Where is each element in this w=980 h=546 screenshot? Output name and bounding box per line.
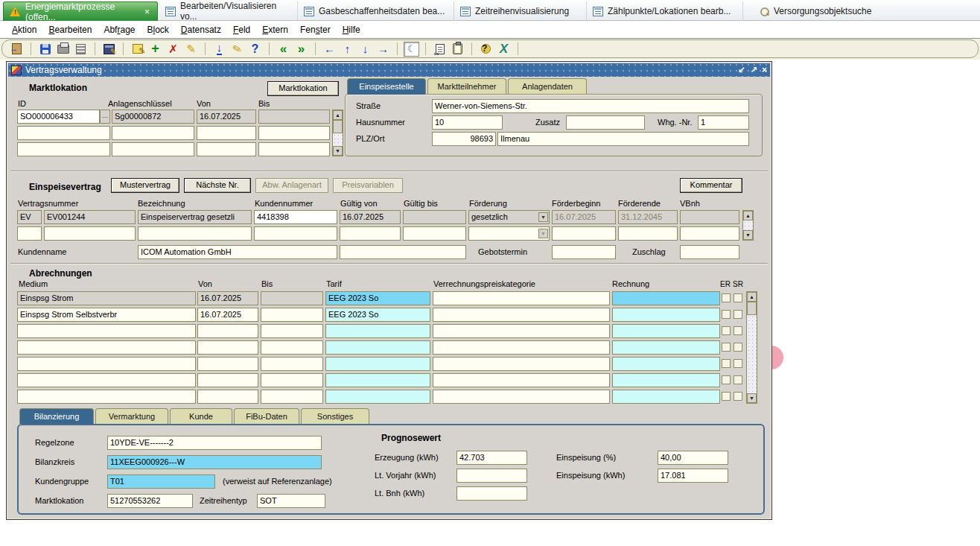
delete-record-icon[interactable]: ✗ xyxy=(165,42,181,57)
von-field[interactable] xyxy=(197,126,256,140)
einspeisung-pct-field[interactable]: 40,00 xyxy=(658,451,728,465)
abrechnungen-scrollbar[interactable]: ▲ ▼ xyxy=(746,291,757,404)
von-field[interactable] xyxy=(197,142,256,156)
lt-vorjahr-field[interactable] xyxy=(456,469,527,483)
up-record-icon[interactable]: ↑ xyxy=(340,42,355,57)
bis-field[interactable] xyxy=(261,390,323,404)
anlagenschluessel-field[interactable] xyxy=(112,142,194,156)
anlagenschluessel-field[interactable]: Sg00000872 xyxy=(112,109,194,124)
rechnung-field[interactable] xyxy=(612,373,720,387)
tab-bilanzierung[interactable]: Bilanzierung xyxy=(19,408,94,424)
tab-einspeisestelle[interactable]: Einspeisestelle xyxy=(347,78,426,95)
marktlokation-id-field[interactable]: SO000006433 xyxy=(17,109,100,124)
von-field[interactable]: 16.07.2025 xyxy=(197,291,258,305)
bezeichnung-field[interactable]: Einspeiservertrag gesetzli xyxy=(138,210,252,224)
verrechnungspreiskategorie-field[interactable] xyxy=(433,390,610,404)
vbnh-field[interactable] xyxy=(680,226,739,241)
edit-icon[interactable]: ✎ xyxy=(228,39,246,58)
von-field[interactable] xyxy=(197,357,258,371)
bis-field[interactable] xyxy=(258,109,330,124)
next-field-icon[interactable]: → xyxy=(375,42,391,57)
foerderbeginn-field[interactable] xyxy=(552,226,616,241)
foerderung-dropdown[interactable]: gesetzlich▼ xyxy=(468,210,550,224)
menu-bearbeiten[interactable]: Bearbeiten xyxy=(42,25,98,35)
browser-tab-zeitreihenvisualisierung[interactable]: Zeitreihenvisualisierung xyxy=(454,1,587,21)
tarif-field[interactable] xyxy=(325,324,430,338)
lt-bnh-field[interactable] xyxy=(456,486,527,501)
verrechnungspreiskategorie-field[interactable] xyxy=(433,291,610,305)
tarif-field[interactable]: EEG 2023 So xyxy=(325,308,430,322)
previous-block-icon[interactable]: « xyxy=(276,42,291,57)
plz-field[interactable]: 98693 xyxy=(432,132,496,146)
tab-vermarktung[interactable]: Vermarktung xyxy=(95,408,168,424)
medium-field[interactable] xyxy=(17,357,196,371)
rechnung-field[interactable] xyxy=(612,340,720,355)
scrollbar-track[interactable] xyxy=(747,315,757,393)
kundenname2-field[interactable] xyxy=(340,245,466,259)
gueltig-bis-field[interactable] xyxy=(403,226,466,241)
er-checkbox[interactable] xyxy=(722,326,731,335)
vbnh-field[interactable] xyxy=(680,210,739,224)
tab-kunde[interactable]: Kunde xyxy=(170,408,232,424)
tarif-field[interactable] xyxy=(325,373,430,387)
restore-icon[interactable]: ↗ xyxy=(750,65,757,75)
marktlokation-scrollbar[interactable]: ▲ ▼ xyxy=(332,109,343,156)
close-icon[interactable]: × xyxy=(762,65,767,75)
scrollbar-thumb[interactable] xyxy=(333,120,343,133)
einspeisung-kwh-field[interactable]: 17.081 xyxy=(658,469,728,483)
close-tab-icon[interactable]: × xyxy=(143,7,151,17)
zeitreihentyp-field[interactable]: SOT xyxy=(257,494,325,508)
scrollbar-thumb[interactable] xyxy=(747,302,757,315)
verrechnungspreiskategorie-field[interactable] xyxy=(433,373,610,387)
window-titlebar[interactable]: Vertragsverwaltung ↙ ↗ × xyxy=(8,63,770,77)
rechnung-field[interactable] xyxy=(612,324,720,338)
kundengruppe-field[interactable]: T01 xyxy=(107,474,215,489)
scrollbar-track[interactable] xyxy=(333,133,343,146)
vertragsprefix-field[interactable]: EV xyxy=(17,210,42,224)
von-field[interactable]: 16.07.2025 xyxy=(197,308,258,322)
excel-export-icon[interactable]: X xyxy=(496,42,512,57)
zuschlag-field[interactable] xyxy=(680,245,739,259)
paste-icon[interactable] xyxy=(450,42,465,57)
scroll-down-icon[interactable]: ▼ xyxy=(333,146,343,156)
tab-sonstiges[interactable]: Sonstiges xyxy=(301,408,369,424)
tarif-field[interactable]: EEG 2023 So xyxy=(325,291,430,305)
list-icon[interactable] xyxy=(73,42,89,57)
von-field[interactable] xyxy=(197,390,258,404)
zusatz-field[interactable] xyxy=(566,115,645,130)
menu-extern[interactable]: Extern xyxy=(256,25,294,35)
strasse-field[interactable]: Werner-von-Siemens-Str. xyxy=(432,99,749,113)
marktlokation-nr-field[interactable]: 51270553262 xyxy=(107,494,193,508)
medium-field[interactable]: Einspsg Strom xyxy=(17,291,196,305)
foerderende-field[interactable]: 31.12.2045 xyxy=(618,210,678,224)
gueltig-von-field[interactable] xyxy=(340,226,401,241)
save-icon[interactable] xyxy=(37,42,53,57)
chevron-down-icon[interactable]: ▼ xyxy=(538,212,548,222)
tarif-field[interactable] xyxy=(325,357,430,371)
marktlokation-id-field[interactable] xyxy=(17,126,110,140)
verrechnungspreiskategorie-field[interactable] xyxy=(433,340,610,355)
anlagenschluessel-field[interactable] xyxy=(112,126,194,140)
er-checkbox[interactable] xyxy=(722,359,731,368)
bis-field[interactable] xyxy=(261,357,323,371)
medium-field[interactable] xyxy=(17,324,196,338)
previous-field-icon[interactable]: ← xyxy=(322,42,337,57)
kundenname-field[interactable]: ICOM Automation GmbH xyxy=(138,245,337,259)
minimize-icon[interactable]: ↙ xyxy=(738,65,745,75)
von-field[interactable] xyxy=(197,324,258,338)
rechnung-field[interactable] xyxy=(612,390,720,404)
medium-field[interactable] xyxy=(17,390,196,404)
preisvariablen-button[interactable]: Preisvariablen xyxy=(333,178,403,193)
einspeisevertrag-scrollbar[interactable]: ▲ ▼ xyxy=(742,210,754,241)
sr-checkbox[interactable] xyxy=(734,359,742,368)
help-icon[interactable]: ? xyxy=(247,42,263,57)
lov-button[interactable]: … xyxy=(100,109,110,124)
verrechnungspreiskategorie-field[interactable] xyxy=(433,357,610,371)
record-document-icon[interactable] xyxy=(432,42,448,57)
bilanzkreis-field[interactable]: 11XEEG000926---W xyxy=(107,455,322,469)
calendar-icon[interactable]: ☾ xyxy=(404,42,419,57)
tab-marktteilnehmer[interactable]: Marktteilnehmer xyxy=(427,78,506,95)
sr-checkbox[interactable] xyxy=(734,310,742,319)
sr-checkbox[interactable] xyxy=(734,392,742,401)
scrollbar-track[interactable] xyxy=(743,220,753,230)
